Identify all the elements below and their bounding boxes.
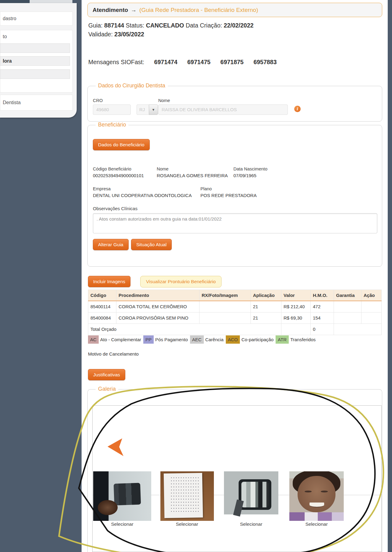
cro-input[interactable]: 49680 [93,104,131,115]
cell-valor: R$ 69,30 [281,312,311,324]
nome-dentista-label: Nome [158,98,170,103]
mensagem-id: 6971474 [154,59,178,65]
visualizar-prontuario-button[interactable]: Visualizar Prontuário Beneficiário [140,276,222,287]
total-valor [281,324,311,335]
cell-aplicacao: 21 [251,312,281,324]
col-codigo: Código [88,290,116,301]
table-total-row: Total Orçado 0 [88,324,382,335]
handwriting-texture [170,476,200,514]
criacao-value: 22/02/2022 [224,22,254,29]
sidebar-field-empty-1[interactable] [0,43,70,53]
fieldset-beneficiario: Beneficiário Dados do Beneficiário Códig… [87,125,382,267]
nascimento-value: 07/09/1965 [233,173,256,178]
col-valor: Valor [281,290,311,301]
status-legend: AC Ato - Complementar PP Pós Pagamento A… [88,335,318,344]
guia-label: Guia: [88,22,103,29]
alterar-guia-button[interactable]: Alterar Guia [93,239,129,250]
col-acao: Ação [361,290,382,301]
badge-atr-label: Transferidos [290,337,316,342]
guia-summary-line1: Guia: 887144 Status: CANCELADO Data Cria… [88,22,254,29]
mensagem-id: 6957883 [254,59,277,65]
selecionar-link[interactable]: Selecionar [295,521,338,527]
justificativas-button[interactable]: Justificativas [88,369,125,380]
mensagens-siofast: Mensagens SIOFast: 6971474 6971475 69718… [88,59,277,66]
guia-summary-line2: Validade: 23/05/2022 [88,31,144,38]
situacao-atual-button[interactable]: Situação Atual [131,239,172,250]
observacoes-textarea[interactable]: . Atos constam autorizados em outra guia… [93,213,377,233]
cell-procedimento: COROA TOTAL EM CERÔMERO [116,301,200,312]
badge-aco-label: Co-participação [241,337,273,342]
badge-pp-label: Pós Pagamento [155,337,188,342]
sidebar-item-dentista[interactable]: Dentista [0,95,73,111]
nome-dentista-input[interactable]: RAISSA DE OLIVEIRA BARCELLOS [158,104,288,115]
sidebar-item-cadastro[interactable]: dastro [0,12,73,26]
selecionar-link[interactable]: Selecionar [166,521,208,527]
badge-aec-label: Carência [205,337,224,342]
sidebar-field-empty-2[interactable] [0,69,70,79]
cell-hmo: 154 [311,312,334,324]
nome-beneficiario-label: Nome [157,166,169,171]
fieldset-beneficiario-legend: Beneficiário [96,122,128,128]
cell-codigo: 85400114 [88,301,116,312]
plano-label: Plano [200,186,212,191]
eye [321,491,328,492]
codigo-beneficiario-label: Código Beneficiário [93,166,131,171]
selecionar-link[interactable]: Selecionar [230,521,273,527]
table-row: 85400114 COROA TOTAL EM CERÔMERO 21 R$ 2… [88,301,382,312]
cell-aplicacao: 21 [251,301,281,312]
clothing [289,512,344,521]
dados-beneficiario-button[interactable]: Dados do Beneficiário [93,139,150,150]
thumbnail-dental-xray[interactable] [224,471,278,521]
badge-atr: ATR [276,335,289,344]
cell-codigo: 85400084 [88,312,116,324]
col-rx-foto-imagem: RX/Foto/Imagem [200,290,251,301]
cell-valor: R$ 212,40 [281,301,311,312]
empresa-value: DENTAL UNI COOPERATIVA ODONTOLOGICA [93,193,192,198]
total-empty [334,324,382,335]
teeth-image [241,482,269,507]
fieldset-dentista-legend: Dados do Cirurgião Dentista [96,82,168,89]
right-edge-strip [388,0,392,552]
thumbnail-handwritten-document[interactable] [160,471,214,521]
fieldset-dentista: Dados do Cirurgião Dentista CRO 49680 RJ… [87,86,382,122]
finger-shadow [98,500,118,515]
cell-hmo: 472 [311,301,334,312]
observacoes-label: Observações Clínicas [93,206,137,211]
validade-label: Validade: [88,31,113,38]
chevron-down-icon[interactable]: ▼ [149,104,158,115]
status-value: CANCELADO [146,22,184,29]
total-hmo: 0 [311,324,334,335]
table-header-row: Código Procedimento RX/Foto/Imagem Aplic… [88,290,382,301]
info-icon[interactable]: i [294,106,301,112]
empresa-label: Empresa [93,186,111,191]
fieldset-galeria-legend: Galeria [96,386,118,392]
col-hmo: H.M.O. [311,290,334,301]
cell-garantia [334,301,361,312]
xray-film [114,483,141,505]
xray-film [239,479,271,510]
thumbnail-xray-film-photo[interactable] [93,471,151,521]
page-title: Atendimento [93,7,128,13]
sidebar-item-atendimento[interactable]: to [3,34,7,39]
validade-value: 23/05/2022 [114,31,144,38]
col-garantia: Garantia [334,290,361,301]
col-aplicacao: Aplicação [251,290,281,301]
eye [305,491,312,492]
cell-procedimento: COROA PROVISÓRIA SEM PINO [116,312,200,324]
thumbnail-patient-photo[interactable] [289,471,344,521]
sidebar-section-atendimento: to lora [0,30,73,93]
nascimento-label: Data Nascimento [233,166,267,171]
selecionar-link[interactable]: Selecionar [101,521,144,527]
sidebar-field-prestadora[interactable]: lora [0,56,70,66]
mensagem-id: 6971875 [220,59,244,65]
sidebar-item-label: dastro [3,16,16,21]
uf-select[interactable]: RJ ▼ [137,104,158,115]
motivo-cancelamento-label: Motivo de Cancelamento [88,351,139,356]
gallery-prev-arrow-icon[interactable] [107,438,124,457]
incluir-imagens-button[interactable]: Incluir Imagens [88,276,130,287]
cell-acao [361,312,382,324]
badge-ac: AC [88,335,99,344]
badge-ac-label: Ato - Complementar [100,337,141,342]
mensagens-label: Mensagens SIOFast: [88,59,144,65]
sidebar-item-label: Dentista [3,100,21,105]
